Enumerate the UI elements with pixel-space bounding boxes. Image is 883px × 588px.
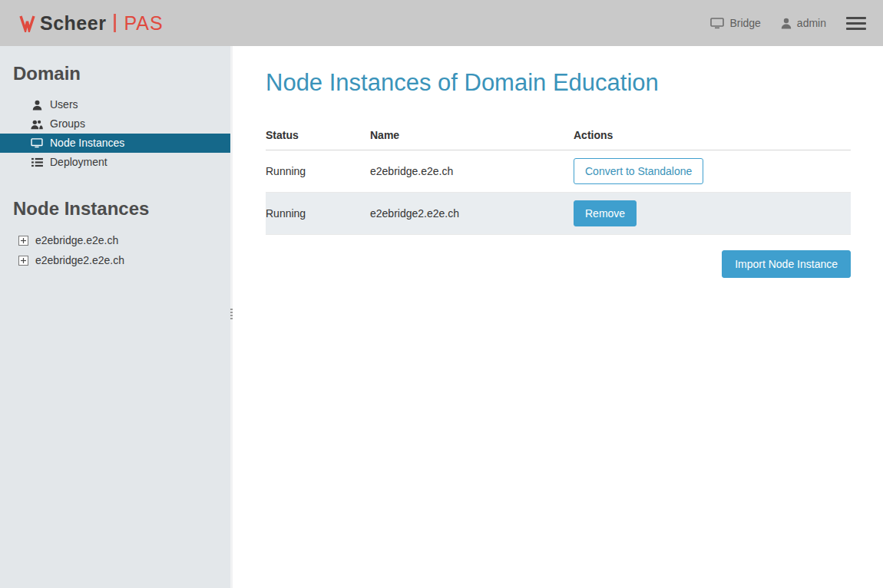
monitor-icon bbox=[710, 18, 724, 29]
convert-to-standalone-button[interactable]: Convert to Standalone bbox=[574, 158, 703, 184]
main-content: Node Instances of Domain Education Statu… bbox=[233, 46, 883, 588]
tree-item-label: e2ebridge2.e2e.ch bbox=[35, 254, 124, 266]
column-header-actions: Actions bbox=[574, 121, 851, 150]
scheer-pas-logo[interactable]: Scheer PAS bbox=[18, 12, 164, 35]
plus-box-icon[interactable] bbox=[18, 236, 28, 246]
sidebar-item-label: Node Instances bbox=[50, 137, 124, 150]
logo-separator bbox=[114, 14, 116, 32]
users-icon bbox=[31, 119, 43, 130]
hamburger-menu-icon[interactable] bbox=[846, 15, 866, 31]
node-instances-table: Status Name Actions Running e2ebridge.e2… bbox=[266, 121, 851, 235]
sidebar-item-label: Deployment bbox=[50, 156, 107, 169]
app-body: Domain Users bbox=[0, 46, 883, 588]
logo-brand-text: Scheer bbox=[40, 12, 106, 35]
remove-button[interactable]: Remove bbox=[574, 200, 637, 226]
table-row: Running e2ebridge2.e2e.ch Remove bbox=[266, 193, 851, 235]
sidebar-item-node-instances[interactable]: Node Instances bbox=[0, 134, 230, 153]
user-menu[interactable]: admin bbox=[781, 17, 826, 29]
logo-product-text: PAS bbox=[124, 12, 163, 35]
monitor-icon bbox=[31, 138, 43, 148]
top-bar: Scheer PAS Bridge admin bbox=[0, 0, 883, 46]
bridge-link[interactable]: Bridge bbox=[710, 17, 760, 29]
sidebar-item-groups[interactable]: Groups bbox=[0, 114, 230, 134]
column-header-name: Name bbox=[370, 121, 574, 150]
user-icon bbox=[31, 100, 43, 111]
domain-menu: Users Groups bbox=[0, 95, 230, 172]
page-title: Node Instances of Domain Education bbox=[266, 69, 851, 97]
tree-item-e2ebridge2[interactable]: e2ebridge2.e2e.ch bbox=[0, 250, 230, 270]
tree-item-label: e2ebridge.e2e.ch bbox=[35, 234, 118, 246]
scheer-logo-icon bbox=[18, 14, 35, 32]
user-icon bbox=[781, 18, 792, 29]
bridge-label: Bridge bbox=[729, 17, 760, 29]
sidebar: Domain Users bbox=[0, 46, 230, 588]
sidebar-item-deployment[interactable]: Deployment bbox=[0, 153, 230, 172]
column-header-status: Status bbox=[266, 121, 370, 150]
sidebar-item-users[interactable]: Users bbox=[0, 95, 230, 114]
status-cell: Running bbox=[266, 150, 370, 193]
topbar-right: Bridge admin bbox=[710, 15, 866, 31]
status-cell: Running bbox=[266, 193, 370, 235]
import-node-instance-button[interactable]: Import Node Instance bbox=[722, 250, 851, 278]
username-label: admin bbox=[797, 17, 826, 29]
sidebar-node-instances-heading: Node Instances bbox=[0, 198, 230, 220]
node-instances-tree: e2ebridge.e2e.ch e2ebridge2.e2e.ch bbox=[0, 230, 230, 270]
table-header-row: Status Name Actions bbox=[266, 121, 851, 150]
sidebar-item-label: Groups bbox=[50, 117, 85, 130]
actions-cell: Remove bbox=[574, 193, 851, 235]
splitter-handle-icon bbox=[230, 312, 233, 313]
name-cell: e2ebridge.e2e.ch bbox=[370, 150, 574, 193]
tree-item-e2ebridge[interactable]: e2ebridge.e2e.ch bbox=[0, 230, 230, 250]
import-button-row: Import Node Instance bbox=[266, 250, 851, 278]
sidebar-splitter[interactable] bbox=[230, 46, 233, 588]
sidebar-domain-heading: Domain bbox=[0, 63, 230, 84]
sidebar-item-label: Users bbox=[50, 98, 78, 111]
plus-box-icon[interactable] bbox=[18, 256, 28, 266]
table-row: Running e2ebridge.e2e.ch Convert to Stan… bbox=[266, 150, 851, 193]
actions-cell: Convert to Standalone bbox=[574, 150, 851, 193]
deployment-list-icon bbox=[31, 157, 43, 167]
name-cell: e2ebridge2.e2e.ch bbox=[370, 193, 574, 235]
